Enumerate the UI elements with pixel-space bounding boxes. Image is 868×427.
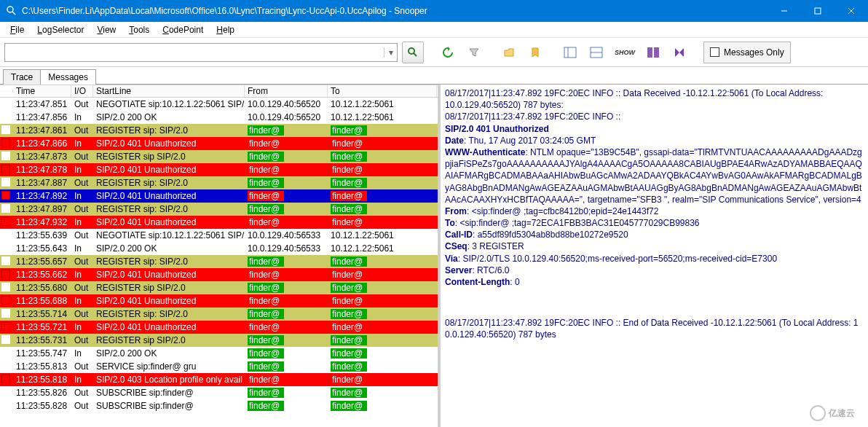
table-row[interactable]: 11:23:47.887OutREGISTER sip: SIP/2.0find… bbox=[0, 176, 438, 189]
cell-io: Out bbox=[71, 401, 93, 411]
detail-val: : 3 REGISTER bbox=[467, 241, 524, 251]
table-row[interactable]: 11:23:55.818InSIP/2.0 403 Location profi… bbox=[0, 373, 438, 386]
cell-to: finder@ bbox=[328, 296, 437, 306]
maximize-button[interactable] bbox=[801, 0, 835, 22]
table-row[interactable]: 11:23:47.878InSIP/2.0 401 Unauthorizedfi… bbox=[0, 163, 438, 176]
menu-logselector[interactable]: LogSelector bbox=[31, 23, 90, 36]
table-row[interactable]: 11:23:55.688InSIP/2.0 401 Unauthorizedfi… bbox=[0, 294, 438, 307]
cell-to: finder@ bbox=[328, 152, 437, 162]
search-input[interactable] bbox=[5, 44, 384, 60]
cell-to: finder@ bbox=[328, 270, 437, 280]
cell-io: Out bbox=[71, 125, 93, 136]
table-row[interactable]: 11:23:55.714OutREGISTER sip: SIP/2.0find… bbox=[0, 307, 438, 321]
cell-from: finder@ bbox=[245, 401, 328, 411]
table-body: 11:23:47.851OutNEGOTIATE sip:10.12.1.22:… bbox=[0, 98, 438, 412]
cell-startline: SUBSCRIBE sip:finder@ bbox=[93, 401, 245, 411]
table-row[interactable]: 11:23:55.731OutREGISTER sip SIP/2.0finde… bbox=[0, 334, 438, 347]
table-row[interactable]: 11:23:47.861OutREGISTER sip: SIP/2.0find… bbox=[0, 124, 438, 137]
row-marker-icon bbox=[1, 178, 10, 187]
menu-tools[interactable]: Tools bbox=[123, 23, 155, 36]
detail-key: Date bbox=[445, 136, 464, 146]
cell-time: 11:23:47.866 bbox=[13, 138, 71, 149]
messages-only-label: Messages Only bbox=[724, 47, 784, 58]
refresh-button[interactable] bbox=[437, 42, 459, 63]
table-row[interactable]: 11:23:47.851OutNEGOTIATE sip:10.12.1.22:… bbox=[0, 98, 438, 111]
cell-from: 10.0.129.40:56520 bbox=[245, 99, 328, 109]
cell-time: 11:23:47.892 bbox=[13, 191, 71, 201]
folder-button[interactable] bbox=[498, 42, 520, 63]
cell-to: finder@ bbox=[328, 375, 437, 385]
table-row[interactable]: 11:23:55.828OutSUBSCRIBE sip:finder@find… bbox=[0, 399, 438, 412]
cell-to: 10.12.1.22:5061 bbox=[328, 99, 437, 109]
cell-time: 11:23:47.851 bbox=[13, 99, 71, 109]
title-bar: C:\Users\Finder.Li\AppData\Local\Microso… bbox=[0, 0, 868, 22]
bookmark-button[interactable] bbox=[524, 42, 546, 63]
messages-only-toggle[interactable]: Messages Only bbox=[703, 42, 791, 63]
col-startline[interactable]: StartLine bbox=[93, 85, 245, 97]
menu-file[interactable]: File bbox=[4, 23, 30, 36]
cell-time: 11:23:47.861 bbox=[13, 125, 71, 136]
cell-startline: SERVICE sip:finder@ gru bbox=[93, 361, 245, 372]
close-button[interactable] bbox=[835, 0, 868, 22]
cell-to: finder@ bbox=[328, 125, 437, 136]
menu-codepoint[interactable]: CodePoint bbox=[157, 23, 209, 36]
table-row[interactable]: 11:23:47.856InSIP/2.0 200 OK10.0.129.40:… bbox=[0, 111, 438, 124]
menu-help[interactable]: Help bbox=[210, 23, 240, 36]
menu-bar: File LogSelector View Tools CodePoint He… bbox=[0, 22, 868, 38]
filter-button[interactable] bbox=[463, 42, 485, 63]
table-row[interactable]: 11:23:55.747InSIP/2.0 200 OKfinder@finde… bbox=[0, 347, 438, 360]
row-marker-icon bbox=[1, 335, 10, 344]
search-button[interactable] bbox=[402, 42, 424, 63]
col-from[interactable]: From bbox=[245, 85, 328, 97]
table-row[interactable]: 11:23:47.932InSIP/2.0 401 Unauthorizedfi… bbox=[0, 216, 438, 229]
table-row[interactable]: 11:23:47.892InSIP/2.0 401 Unauthorizedfi… bbox=[0, 189, 438, 203]
table-row[interactable]: 11:23:47.873OutREGISTER sip SIP/2.0finde… bbox=[0, 150, 438, 163]
tab-trace[interactable]: Trace bbox=[3, 69, 41, 85]
cell-time: 11:23:55.680 bbox=[13, 283, 71, 293]
cell-startline: SIP/2.0 401 Unauthorized bbox=[93, 191, 245, 201]
cell-io: In bbox=[71, 191, 93, 201]
cell-to: 10.12.1.22:5061 bbox=[328, 243, 437, 254]
chevron-down-icon[interactable]: ▾ bbox=[384, 47, 397, 58]
col-to[interactable]: To bbox=[328, 85, 437, 97]
layout-1-button[interactable] bbox=[559, 42, 581, 63]
cell-time: 11:23:47.897 bbox=[13, 204, 71, 214]
cell-time: 11:23:55.639 bbox=[13, 230, 71, 240]
row-marker-icon bbox=[1, 217, 10, 226]
cell-from: finder@ bbox=[245, 375, 328, 385]
table-row[interactable]: 11:23:55.639OutNEGOTIATE sip:10.12.1.22:… bbox=[0, 229, 438, 242]
cell-to: finder@ bbox=[328, 191, 437, 201]
menu-view[interactable]: View bbox=[91, 23, 122, 36]
compare-button[interactable] bbox=[642, 42, 664, 63]
tab-messages[interactable]: Messages bbox=[40, 69, 96, 85]
col-time[interactable]: Time bbox=[13, 85, 71, 97]
cell-from: finder@ bbox=[245, 204, 328, 214]
row-marker-icon bbox=[1, 125, 10, 134]
show-button[interactable]: SHOW bbox=[612, 42, 638, 63]
row-marker-icon bbox=[1, 388, 10, 396]
vs-button[interactable] bbox=[668, 42, 690, 63]
cell-startline: NEGOTIATE sip:10.12.1.22:5061 SIP/2.0 bbox=[93, 99, 245, 109]
row-marker-icon bbox=[1, 112, 10, 121]
table-row[interactable]: 11:23:55.813OutSERVICE sip:finder@ grufi… bbox=[0, 360, 438, 373]
cell-io: Out bbox=[71, 283, 93, 293]
layout-2-button[interactable] bbox=[585, 42, 607, 63]
table-row[interactable]: 11:23:55.680OutREGISTER sip SIP/2.0finde… bbox=[0, 281, 438, 294]
checkbox-icon[interactable] bbox=[710, 47, 719, 57]
col-io[interactable]: I/O bbox=[71, 85, 93, 97]
detail-val: : SIP/2.0/TLS 10.0.129.40:56520;ms-recei… bbox=[458, 254, 777, 264]
cell-startline: REGISTER sip: SIP/2.0 bbox=[93, 204, 245, 214]
table-row[interactable]: 11:23:55.826OutSUBSCRIBE sip:finder@find… bbox=[0, 386, 438, 399]
table-row[interactable]: 11:23:55.662InSIP/2.0 401 Unauthorizedfi… bbox=[0, 268, 438, 281]
table-row[interactable]: 11:23:47.897OutREGISTER sip: SIP/2.0find… bbox=[0, 203, 438, 216]
table-row[interactable]: 11:23:55.643InSIP/2.0 200 OK10.0.129.40:… bbox=[0, 242, 438, 255]
cell-from: finder@ bbox=[245, 361, 328, 372]
detail-key: Call-ID bbox=[445, 230, 473, 240]
table-row[interactable]: 11:23:47.866InSIP/2.0 401 Unauthorizedfi… bbox=[0, 137, 438, 150]
row-marker-icon bbox=[1, 322, 10, 331]
table-row[interactable]: 11:23:55.721InSIP/2.0 401 Unauthorizedfi… bbox=[0, 321, 438, 334]
svg-line-1 bbox=[12, 12, 15, 15]
search-combo[interactable]: ▾ bbox=[4, 43, 398, 62]
table-row[interactable]: 11:23:55.657OutREGISTER sip: SIP/2.0find… bbox=[0, 255, 438, 268]
minimize-button[interactable] bbox=[768, 0, 801, 22]
